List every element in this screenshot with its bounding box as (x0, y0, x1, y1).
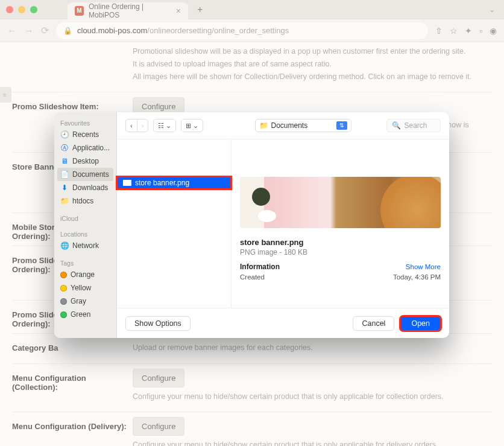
tab-overflow-icon[interactable]: ⌄ (489, 5, 498, 14)
view-mode-button[interactable]: ☷ ⌄ (153, 119, 176, 132)
icloud-section: iCloud (54, 212, 116, 223)
location-label: Documents (271, 121, 307, 130)
preview-filename: store banner.png (240, 238, 441, 247)
maximize-window-button[interactable] (30, 6, 37, 13)
dialog-main: ‹ › ☷ ⌄ ⊞ ⌄ 📁 Documents ⇅ 🔍 Search store… (117, 112, 449, 338)
sidebar-item-desktop[interactable]: 🖥Desktop (54, 155, 116, 168)
created-value: Today, 4:36 PM (393, 273, 441, 281)
close-window-button[interactable] (6, 6, 13, 13)
file-row-selected[interactable]: store banner.png (117, 177, 231, 189)
sidebar-item-htdocs[interactable]: 📁htdocs (54, 194, 116, 208)
gray-dot-icon (60, 298, 67, 305)
group-button[interactable]: ⊞ ⌄ (181, 119, 203, 132)
image-file-icon (123, 180, 131, 186)
preview-pane: store banner.png PNG image - 180 KB Info… (232, 139, 449, 308)
dialog-footer: Show Options Cancel Open (117, 308, 449, 338)
dialog-sidebar: Favourites 🕘Recents ⒶApplicatio... 🖥Desk… (54, 112, 117, 338)
open-button[interactable]: Open (400, 316, 441, 331)
file-name: store banner.png (135, 179, 189, 187)
search-field[interactable]: 🔍 Search (386, 119, 441, 132)
tab-title: Online Ordering | MobiPOS (89, 2, 171, 19)
sidebar-item-applications[interactable]: ⒶApplicatio... (54, 141, 116, 155)
sidebar-icon[interactable]: ▫ (479, 26, 482, 36)
window-controls (6, 6, 37, 13)
promo-desc-2: It is advised to upload images that are … (133, 59, 492, 70)
lock-icon: 🔒 (63, 27, 72, 35)
download-icon: ⬇ (60, 183, 69, 192)
file-open-dialog: Favourites 🕘Recents ⒶApplicatio... 🖥Desk… (54, 112, 449, 338)
promo-desc-1: Promotional slideshow will be as a displ… (133, 46, 492, 57)
tags-section: Tags (54, 257, 116, 268)
configure-button[interactable]: Configure (133, 369, 184, 387)
browser-toolbar: ← → ⟳ 🔒 cloud.mobi-pos.com/onlineorderse… (0, 19, 504, 42)
tab-favicon: M (75, 6, 84, 16)
browser-tab[interactable]: M Online Ordering | MobiPOS × (68, 2, 188, 19)
locations-section: Locations (54, 228, 116, 239)
share-icon[interactable]: ⇧ (435, 26, 443, 36)
tag-gray[interactable]: Gray (54, 295, 116, 308)
address-bar[interactable]: 🔒 cloud.mobi-pos.com/onlineordersetting/… (56, 22, 428, 39)
menu-delivery-desc: Configure your menu to hide/show certain… (133, 439, 492, 446)
sidebar-item-downloads[interactable]: ⬇Downloads (54, 181, 116, 194)
configure-button[interactable]: Configure (133, 417, 184, 436)
tag-yellow[interactable]: Yellow (54, 281, 116, 295)
profile-icon[interactable]: ◉ (490, 26, 497, 36)
preview-image (240, 177, 441, 228)
dialog-content: store banner.png store banner.png PNG im… (117, 139, 449, 308)
menu-collection-label: Menu Configuration (Collection): (12, 369, 133, 403)
yellow-dot-icon (60, 285, 67, 291)
forward-button[interactable]: → (24, 25, 34, 36)
document-icon: 📄 (60, 170, 69, 179)
promo-desc-3: All images here will be shown for Collec… (133, 71, 492, 83)
globe-icon: 🌐 (60, 241, 69, 250)
category-banner-label: Category Ba (12, 339, 133, 354)
minimize-window-button[interactable] (18, 6, 25, 13)
cancel-button[interactable]: Cancel (353, 316, 394, 331)
sidebar-toggle-tab[interactable]: ≡ (0, 87, 11, 103)
new-tab-button[interactable]: + (197, 4, 203, 15)
show-options-button[interactable]: Show Options (125, 316, 191, 331)
extensions-icon[interactable]: ✦ (465, 26, 472, 36)
orange-dot-icon (60, 272, 67, 278)
url-path: /onlineordersetting/online_order_setting… (147, 26, 289, 35)
file-list: store banner.png (117, 139, 232, 308)
tag-orange[interactable]: Orange (54, 268, 116, 281)
show-more-link[interactable]: Show More (406, 263, 441, 270)
back-button[interactable]: ‹ (125, 119, 137, 132)
browser-tab-bar: M Online Ordering | MobiPOS × + ⌄ (0, 0, 504, 19)
created-label: Created (240, 273, 265, 281)
clock-icon: 🕘 (60, 130, 69, 139)
sidebar-item-network[interactable]: 🌐Network (54, 239, 116, 252)
folder-icon: 📁 (259, 121, 268, 130)
forward-button[interactable]: › (137, 119, 149, 132)
location-dropdown[interactable]: 📁 Documents ⇅ (255, 119, 351, 132)
folder-icon: 📁 (60, 197, 69, 205)
url-domain: cloud.mobi-pos.com (77, 26, 147, 35)
preview-subtitle: PNG image - 180 KB (240, 248, 441, 256)
sidebar-item-recents[interactable]: 🕘Recents (54, 128, 116, 141)
dropdown-arrows-icon: ⇅ (336, 121, 347, 130)
category-desc: Upload or remove banner images for each … (133, 342, 492, 354)
menu-collection-desc: Configure your menu to hide/show certain… (133, 391, 492, 403)
close-tab-icon[interactable]: × (176, 6, 181, 16)
favourites-section: Favourites (54, 117, 116, 128)
desktop-icon: 🖥 (60, 157, 69, 165)
search-placeholder: Search (404, 121, 427, 130)
apps-icon: Ⓐ (60, 144, 69, 152)
reload-button[interactable]: ⟳ (41, 25, 49, 36)
search-icon: 🔍 (392, 121, 401, 130)
sidebar-item-documents[interactable]: 📄Documents (57, 168, 113, 181)
menu-delivery-label: Menu Configuration (Delivery): (12, 417, 133, 446)
dialog-toolbar: ‹ › ☷ ⌄ ⊞ ⌄ 📁 Documents ⇅ 🔍 Search (117, 112, 449, 139)
info-title: Information (240, 263, 280, 271)
tag-green[interactable]: Green (54, 308, 116, 321)
nav-buttons: ‹ › (125, 119, 148, 132)
bookmark-icon[interactable]: ☆ (450, 26, 458, 36)
green-dot-icon (60, 311, 67, 318)
back-button[interactable]: ← (7, 25, 17, 36)
